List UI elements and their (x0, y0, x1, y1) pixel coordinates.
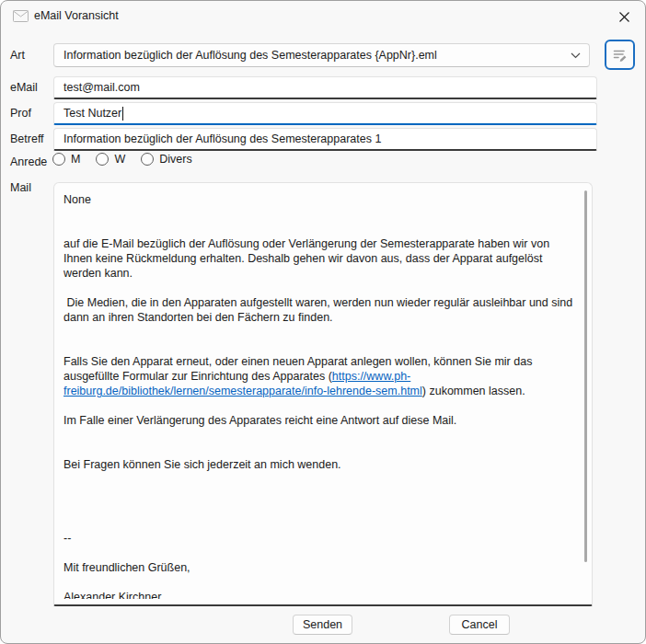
betreff-value: Information bezüglich der Auflösung des … (63, 132, 381, 145)
title-bar: eMail Voransicht (1, 1, 645, 32)
prof-label: Prof (10, 107, 31, 120)
chevron-down-icon (571, 52, 581, 59)
radio-option-w[interactable]: W (96, 153, 125, 166)
email-value: test@mail.com (63, 81, 140, 94)
mail-body-before-link: None auf die E-Mail bezüglich der Auflös… (63, 193, 576, 383)
mail-label: Mail (10, 181, 31, 194)
text-caret (122, 107, 123, 121)
vertical-scrollbar-thumb[interactable] (584, 190, 587, 562)
art-template-value: Information bezüglich der Auflösung des … (63, 49, 437, 62)
radio-option-m[interactable]: M (52, 153, 80, 166)
mail-body-textarea[interactable]: None auf die E-Mail bezüglich der Auflös… (53, 182, 593, 606)
email-label: eMail (10, 81, 38, 94)
radio-option-divers[interactable]: Divers (141, 153, 191, 166)
prof-input[interactable]: Test Nutzer (53, 102, 597, 125)
radio-circle-icon (141, 153, 154, 166)
edit-list-icon (611, 46, 629, 63)
mail-body-text: None auf die E-Mail bezüglich der Auflös… (63, 192, 577, 599)
window-title: eMail Voransicht (34, 9, 119, 22)
art-label: Art (10, 49, 25, 62)
edit-template-button[interactable] (605, 40, 635, 70)
radio-circle-icon (96, 153, 109, 166)
email-input[interactable]: test@mail.com (53, 76, 597, 99)
envelope-icon (13, 10, 29, 22)
close-button[interactable] (610, 5, 638, 29)
betreff-input[interactable]: Information bezüglich der Auflösung des … (53, 128, 597, 151)
art-template-combobox[interactable]: Information bezüglich der Auflösung des … (53, 43, 590, 67)
radio-label-divers: Divers (159, 153, 191, 166)
cancel-button[interactable]: Cancel (449, 615, 510, 635)
email-preview-dialog: eMail Voransicht Art Information bezügli… (0, 0, 646, 644)
send-button[interactable]: Senden (293, 615, 352, 635)
anrede-label: Anrede (10, 155, 47, 168)
mail-body-after-link: ) zukommen lassen. Im Falle einer Verlän… (63, 385, 525, 599)
radio-circle-icon (52, 153, 65, 166)
betreff-label: Betreff (10, 132, 44, 145)
anrede-radio-group: M W Divers (52, 153, 192, 166)
prof-value: Test Nutzer (63, 107, 121, 120)
close-icon (618, 11, 630, 23)
radio-label-m: M (71, 153, 80, 166)
radio-label-w: W (114, 153, 125, 166)
